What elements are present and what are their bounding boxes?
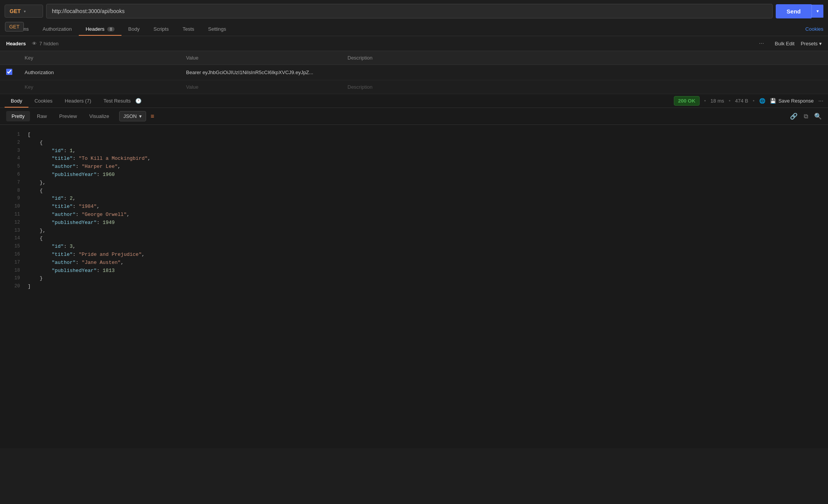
- headers-actions: ··· Bulk Edit Presets ▾: [759, 40, 822, 47]
- presets-button[interactable]: Presets ▾: [801, 41, 822, 46]
- copy-icon[interactable]: ⧉: [804, 113, 808, 120]
- code-line: 7 },: [0, 179, 828, 187]
- headers-toolbar: Headers 👁 7 hidden ··· Bulk Edit Presets…: [0, 36, 828, 51]
- line-number: 8: [6, 187, 20, 195]
- response-time: 18 ms: [710, 98, 724, 104]
- chevron-down-icon: ▾: [819, 41, 822, 46]
- line-number: 17: [6, 259, 20, 267]
- line-number: 3: [6, 147, 20, 155]
- code-content: }: [28, 275, 43, 283]
- code-line: 20]: [0, 283, 828, 291]
- code-content: "author": "George Orwell",: [28, 211, 130, 219]
- response-tab-test-results[interactable]: Test Results 🕐: [97, 94, 147, 108]
- filter-icon[interactable]: ≡: [151, 113, 154, 120]
- tab-settings[interactable]: Settings: [201, 22, 233, 36]
- body-tab-visualize[interactable]: Visualize: [84, 111, 115, 121]
- code-line: 8 {: [0, 187, 828, 195]
- headers-badge: 8: [107, 27, 114, 32]
- value-col-header: Value: [180, 51, 341, 65]
- code-line: 13 },: [0, 227, 828, 235]
- response-tab-body[interactable]: Body: [5, 94, 28, 108]
- code-content: "publishedYear": 1949: [28, 219, 115, 227]
- code-content: "id": 2,: [28, 195, 76, 203]
- table-row-empty: Key Value Description: [0, 80, 828, 94]
- code-content: },: [28, 179, 46, 187]
- response-tab-headers[interactable]: Headers (7): [59, 94, 98, 108]
- code-line: 12 "publishedYear": 1949: [0, 219, 828, 227]
- line-number: 6: [6, 171, 20, 179]
- line-number: 4: [6, 155, 20, 163]
- body-tab-preview[interactable]: Preview: [54, 111, 82, 121]
- row-checkbox[interactable]: [6, 69, 12, 75]
- body-tabs-bar: Pretty Raw Preview Visualize JSON ▾ ≡ 🔗 …: [0, 108, 828, 125]
- line-number: 19: [6, 275, 20, 283]
- code-content: "author": "Harper Lee",: [28, 163, 121, 171]
- body-actions: 🔗 ⧉ 🔍: [790, 113, 822, 120]
- code-line: 14 {: [0, 235, 828, 243]
- key-col-header: Key: [18, 51, 180, 65]
- line-number: 14: [6, 235, 20, 243]
- save-response-button[interactable]: 💾 Save Response: [770, 98, 814, 104]
- description-col-header: Description: [341, 51, 828, 65]
- code-line: 5 "author": "Harper Lee",: [0, 163, 828, 171]
- line-number: 1: [6, 131, 20, 139]
- body-tab-raw[interactable]: Raw: [32, 111, 52, 121]
- code-line: 1[: [0, 131, 828, 139]
- code-content: "author": "Jane Austen",: [28, 259, 124, 267]
- cookies-button[interactable]: Cookies: [805, 26, 823, 32]
- body-tab-pretty[interactable]: Pretty: [6, 111, 30, 121]
- checkbox-cell: [0, 65, 18, 80]
- chevron-down-icon: ▾: [139, 113, 142, 119]
- line-number: 2: [6, 139, 20, 147]
- code-line: 16 "title": "Pride and Prejudice",: [0, 251, 828, 259]
- response-code-area: 1[2 {3 "id": 1,4 "title": "To Kill a Moc…: [0, 125, 828, 448]
- code-content: "title": "Pride and Prejudice",: [28, 251, 145, 259]
- table-row: Authorization Bearer eyJhbGciOiJIUzI1NiI…: [0, 65, 828, 80]
- tab-tests[interactable]: Tests: [176, 22, 201, 36]
- code-line: 19 }: [0, 275, 828, 283]
- header-value: Bearer eyJhbGciOiJIUzI1NiIsInR5cCI6IkpXV…: [186, 70, 313, 75]
- code-line: 15 "id": 3,: [0, 243, 828, 251]
- headers-section-title: Headers: [6, 41, 26, 46]
- headers-table: Key Value Description Authorization Bear…: [0, 51, 828, 94]
- tab-scripts[interactable]: Scripts: [146, 22, 176, 36]
- code-line: 6 "publishedYear": 1960: [0, 171, 828, 179]
- key-value: Authorization: [25, 70, 54, 75]
- tab-headers[interactable]: Headers 8: [79, 22, 121, 36]
- method-selector[interactable]: GET ▾ GET: [5, 5, 43, 18]
- code-content: "publishedYear": 1960: [28, 171, 115, 179]
- send-button[interactable]: Send: [776, 4, 811, 18]
- line-number: 9: [6, 195, 20, 203]
- line-number: 10: [6, 203, 20, 211]
- value-placeholder: Value: [186, 84, 198, 90]
- code-content: {: [28, 139, 43, 147]
- tab-body[interactable]: Body: [121, 22, 147, 36]
- more-options-icon[interactable]: ···: [818, 98, 823, 104]
- line-number: 18: [6, 267, 20, 275]
- bulk-edit-button[interactable]: Bulk Edit: [775, 41, 795, 46]
- hidden-count: 7 hidden: [39, 41, 58, 46]
- code-line: 9 "id": 2,: [0, 195, 828, 203]
- three-dots-icon[interactable]: ···: [759, 40, 764, 47]
- globe-icon[interactable]: 🌐: [759, 98, 765, 104]
- url-input[interactable]: [46, 4, 773, 18]
- key-placeholder: Key: [25, 84, 33, 90]
- code-content: {: [28, 187, 43, 195]
- link-icon[interactable]: 🔗: [790, 113, 798, 120]
- line-number: 20: [6, 283, 20, 291]
- format-label: JSON: [123, 113, 137, 119]
- desc-placeholder: Description: [347, 84, 372, 90]
- send-dropdown-button[interactable]: ▾: [811, 5, 823, 18]
- empty-value-cell: Value: [180, 80, 341, 94]
- response-tab-cookies[interactable]: Cookies: [28, 94, 59, 108]
- line-number: 16: [6, 251, 20, 259]
- code-line: 18 "publishedYear": 1813: [0, 267, 828, 275]
- format-selector[interactable]: JSON ▾: [119, 111, 146, 121]
- top-bar: GET ▾ GET Send ▾: [0, 0, 828, 22]
- request-tab-bar: Params Authorization Headers 8 Body Scri…: [0, 22, 828, 36]
- tab-authorization[interactable]: Authorization: [36, 22, 79, 36]
- description-cell: [341, 65, 828, 80]
- search-icon[interactable]: 🔍: [814, 113, 822, 120]
- code-line: 17 "author": "Jane Austen",: [0, 259, 828, 267]
- chevron-down-icon: ▾: [24, 9, 26, 13]
